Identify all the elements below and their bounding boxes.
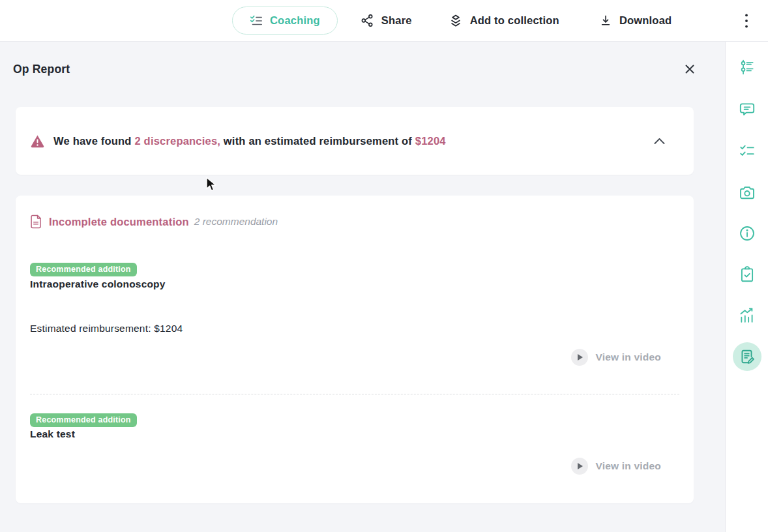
discrepancy-summary: We have found 2 discrepancies, with an e… (53, 135, 446, 147)
recommendations-card: Incomplete documentation 2 recommendatio… (16, 196, 694, 503)
recommendation-title: Intraoperative colonoscopy (30, 278, 166, 290)
share-button-label: Share (381, 14, 412, 27)
report-edit-icon (739, 348, 756, 365)
more-options-button[interactable] (742, 10, 751, 31)
coaching-button-label: Coaching (270, 14, 320, 27)
view-in-video-label: View in video (595, 351, 661, 363)
add-to-collection-label: Add to collection (470, 14, 559, 27)
section-header: Incomplete documentation 2 recommendatio… (30, 214, 278, 229)
mouse-cursor (204, 177, 218, 192)
rail-item-comments[interactable] (733, 95, 761, 124)
camera-icon (739, 185, 756, 201)
top-toolbar: Coaching Share Add to collection (0, 0, 768, 42)
share-icon (361, 14, 374, 27)
collapse-banner-button[interactable] (651, 135, 668, 147)
view-in-video-label: View in video (595, 460, 661, 472)
analytics-icon (739, 307, 756, 324)
rail-item-analytics[interactable] (733, 301, 761, 330)
coaching-button[interactable]: Coaching (232, 7, 338, 35)
divider (30, 394, 679, 394)
info-icon (739, 225, 756, 242)
share-button[interactable]: Share (361, 14, 412, 27)
discrepancy-count: 2 discrepancies, (134, 135, 220, 147)
section-title: Incomplete documentation (49, 216, 189, 228)
reimbursement-amount: $1204 (415, 135, 446, 147)
play-icon (571, 458, 588, 475)
collection-layers-icon (449, 14, 463, 28)
close-icon (685, 64, 695, 74)
download-icon (599, 14, 612, 27)
close-panel-button[interactable] (682, 61, 698, 77)
recommendation-count: 2 recommendation (194, 216, 278, 228)
op-report-panel: Op Report We have found 2 discrepancies,… (0, 42, 768, 532)
coaching-checklist-icon (250, 15, 263, 26)
right-icon-rail (725, 42, 768, 532)
rail-item-steps[interactable] (733, 53, 761, 81)
clipboard-check-icon (739, 266, 756, 283)
chevron-up-icon (654, 138, 665, 145)
rail-item-info[interactable] (733, 219, 761, 248)
page-title: Op Report (13, 63, 70, 76)
view-in-video-button[interactable]: View in video (571, 349, 661, 366)
document-icon (30, 214, 42, 229)
download-button-label: Download (619, 14, 672, 27)
download-button[interactable]: Download (599, 14, 672, 27)
warning-icon (30, 134, 45, 148)
summary-middle: with an estimated reimbursement of (220, 135, 415, 147)
rail-item-op-report[interactable] (733, 342, 761, 371)
play-icon (571, 349, 588, 366)
status-badge: Recommended addition (30, 263, 137, 276)
rail-item-tasks[interactable] (733, 260, 761, 289)
add-to-collection-button[interactable]: Add to collection (449, 14, 559, 28)
checklist-icon (739, 142, 756, 159)
rail-item-snapshots[interactable] (733, 179, 761, 207)
summary-prefix: We have found (53, 135, 134, 147)
rail-item-checklist[interactable] (733, 136, 761, 165)
comment-icon (739, 101, 756, 118)
recommendation-reimbursement: Estimated reimbursement: $1204 (30, 323, 183, 334)
recommendation-title: Leak test (30, 428, 75, 440)
steps-icon (739, 59, 756, 76)
discrepancy-banner: We have found 2 discrepancies, with an e… (16, 107, 694, 175)
status-badge: Recommended addition (30, 413, 137, 427)
kebab-menu-icon (745, 13, 748, 29)
view-in-video-button[interactable]: View in video (571, 458, 661, 475)
